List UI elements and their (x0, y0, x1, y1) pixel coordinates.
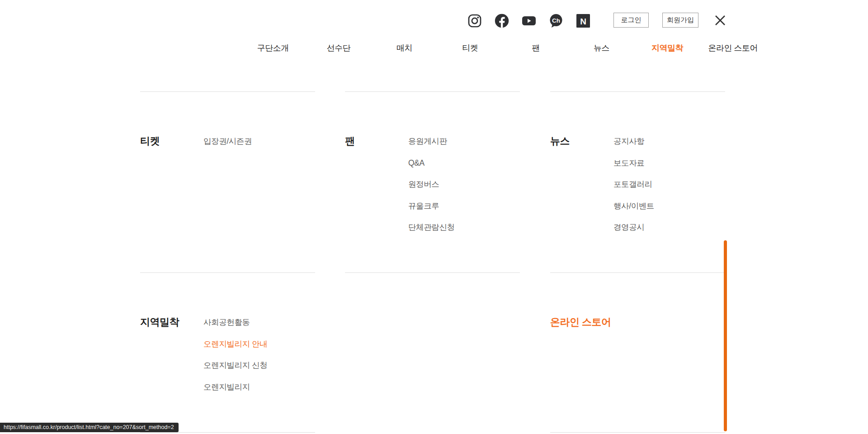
menu-section-ticket: 티켓 입장권/시즌권 (140, 91, 315, 157)
menu-link-away-bus[interactable]: 원정버스 (408, 178, 520, 190)
menu-link-orange-village-apply[interactable]: 오렌지빌리지 신청 (203, 359, 315, 371)
menu-link-photo-gallery[interactable]: 포토갤러리 (613, 178, 725, 190)
signup-button[interactable]: 회원가입 (662, 13, 698, 28)
nav-item-club[interactable]: 구단소개 (240, 43, 306, 53)
menu-section-store: 온라인 스토어 (550, 272, 725, 328)
section-items: 공지사항 보도자료 포토갤러리 행사/이벤트 경영공시 (613, 135, 725, 243)
login-button[interactable]: 로그인 (613, 13, 649, 28)
nav-item-store[interactable]: 온라인 스토어 (700, 43, 766, 53)
menu-link-orange-village-guide[interactable]: 오렌지빌리지 안내 (203, 338, 315, 350)
menu-section-news: 뉴스 공지사항 보도자료 포토갤러리 행사/이벤트 경영공시 (550, 91, 725, 243)
menu-section-fan: 팬 응원게시판 Q&A 원정버스 뀨울크루 단체관람신청 (345, 91, 520, 243)
naver-icon[interactable]: N (576, 13, 591, 29)
menu-link-press[interactable]: 보도자료 (613, 157, 725, 169)
social-links: Ch N (467, 13, 591, 29)
section-title-store[interactable]: 온라인 스토어 (550, 316, 611, 328)
nav-item-players[interactable]: 선수단 (306, 43, 371, 53)
menu-link-disclosure[interactable]: 경영공시 (613, 221, 725, 233)
nav-item-match[interactable]: 매치 (372, 43, 437, 53)
facebook-icon[interactable] (494, 13, 509, 29)
nav-item-news[interactable]: 뉴스 (569, 43, 634, 53)
link-status-bar: https://fifasmall.co.kr/product/list.htm… (0, 423, 179, 432)
nav-item-community[interactable]: 지역밀착 (634, 43, 700, 53)
section-divider (140, 432, 315, 433)
menu-section-community: 지역밀착 사회공헌활동 오렌지빌리지 안내 오렌지빌리지 신청 오렌지빌리지 (140, 272, 315, 402)
section-items: 입장권/시즌권 (203, 135, 315, 157)
svg-text:N: N (580, 17, 586, 26)
section-divider (345, 272, 520, 273)
mega-menu-overlay: Ch N 로그인 회원가입 구단소개 선수단 매치 티켓 팬 뉴스 지역밀착 온… (0, 0, 868, 434)
section-title-community[interactable]: 지역밀착 (140, 316, 203, 402)
menu-link-cheer-board[interactable]: 응원게시판 (408, 135, 520, 147)
menu-scrollbar-thumb[interactable] (724, 240, 727, 431)
section-divider (550, 432, 725, 433)
section-title-fan[interactable]: 팬 (345, 135, 408, 243)
nav-item-ticket[interactable]: 티켓 (437, 43, 503, 53)
section-title-ticket[interactable]: 티켓 (140, 135, 203, 157)
section-title-news[interactable]: 뉴스 (550, 135, 613, 243)
menu-link-social-contribution[interactable]: 사회공헌활동 (203, 316, 315, 328)
main-nav: 구단소개 선수단 매치 티켓 팬 뉴스 지역밀착 온라인 스토어 (240, 43, 766, 53)
close-menu-button[interactable] (712, 12, 729, 29)
naver-channel-icon[interactable]: Ch (548, 13, 564, 29)
menu-link-qna[interactable]: Q&A (408, 157, 520, 169)
svg-text:Ch: Ch (552, 17, 560, 24)
youtube-icon[interactable] (521, 13, 537, 29)
menu-link-admission[interactable]: 입장권/시즌권 (203, 135, 315, 147)
close-icon (712, 12, 729, 29)
instagram-icon[interactable] (467, 13, 482, 29)
section-items: 응원게시판 Q&A 원정버스 뀨울크루 단체관람신청 (408, 135, 520, 243)
menu-link-events[interactable]: 행사/이벤트 (613, 200, 725, 212)
nav-item-fan[interactable]: 팬 (503, 43, 569, 53)
menu-link-group-viewing[interactable]: 단체관람신청 (408, 221, 520, 233)
menu-link-orange-village[interactable]: 오렌지빌리지 (203, 381, 315, 393)
menu-link-crew[interactable]: 뀨울크루 (408, 200, 520, 212)
section-items: 사회공헌활동 오렌지빌리지 안내 오렌지빌리지 신청 오렌지빌리지 (203, 316, 315, 402)
menu-link-notice[interactable]: 공지사항 (613, 135, 725, 147)
